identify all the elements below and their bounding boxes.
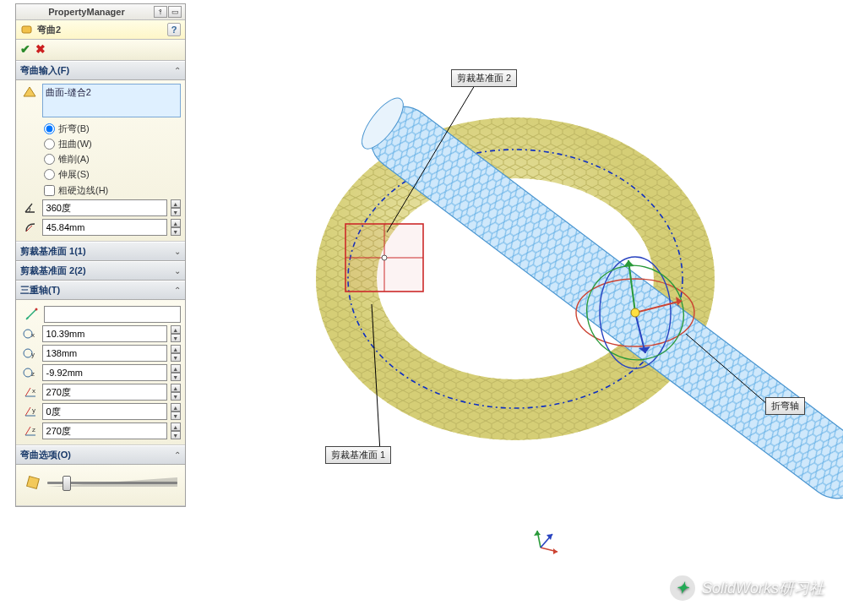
cancel-button[interactable]: ✖	[35, 42, 46, 56]
chevron-down-icon: ⌄	[174, 266, 181, 275]
radio-bend[interactable]: 折弯(B)	[44, 123, 181, 135]
help-button[interactable]: ?	[167, 23, 181, 36]
svg-marker-42	[623, 260, 634, 267]
spin-up[interactable]: ▲	[171, 325, 181, 334]
y-pos-icon: y	[22, 346, 39, 361]
y-pos-input[interactable]	[42, 345, 167, 362]
section-flex-input-body: 曲面-缝合2 折弯(B) 扭曲(W) 锥削(A) 伸展(S) 粗硬边线(H) ▲…	[16, 80, 185, 242]
spin-up[interactable]: ▲	[171, 422, 181, 431]
svg-text:z: z	[31, 370, 35, 378]
section-label: 剪裁基准面 1(1)	[20, 245, 86, 258]
model-render	[194, 0, 843, 616]
spin-down[interactable]: ▼	[171, 353, 181, 362]
feature-name: 弯曲2	[37, 24, 61, 36]
callout-bend-axis[interactable]: 折弯轴	[765, 397, 805, 415]
radio-twist[interactable]: 扭曲(W)	[44, 138, 181, 150]
svg-point-45	[631, 308, 639, 317]
spin-down[interactable]: ▼	[171, 208, 181, 216]
z-rot-icon: z	[22, 423, 39, 439]
split-icon[interactable]: ▭	[168, 6, 182, 18]
section-triad-body: x ▲▼ y ▲▼ z ▲▼ x ▲▼ y ▲▼ z ▲▼	[16, 300, 185, 445]
spin-up[interactable]: ▲	[171, 403, 181, 412]
section-triad-header[interactable]: 三重轴(T) ⌃	[16, 281, 185, 300]
radius-icon	[22, 220, 39, 235]
chevron-up-icon: ⌃	[174, 286, 181, 295]
radio-taper[interactable]: 锥削(A)	[44, 153, 181, 166]
spin-up[interactable]: ▲	[171, 345, 181, 353]
svg-text:x: x	[32, 387, 35, 395]
svg-rect-0	[22, 26, 31, 33]
watermark-icon: ✦	[670, 575, 695, 601]
svg-text:z: z	[32, 426, 35, 433]
svg-text:x: x	[31, 331, 35, 339]
origin-triad-icon	[532, 522, 566, 556]
svg-text:y: y	[31, 351, 35, 358]
section-label: 弯曲输入(F)	[20, 64, 69, 77]
spin-down[interactable]: ▼	[171, 431, 181, 439]
selection-item: 曲面-缝合2	[46, 87, 91, 97]
spin-up[interactable]: ▲	[171, 384, 181, 392]
spin-down[interactable]: ▼	[171, 412, 181, 420]
section-label: 弯曲选项(O)	[20, 449, 71, 461]
z-rot-input[interactable]	[42, 422, 167, 439]
svg-line-11	[25, 388, 30, 396]
svg-point-35	[382, 255, 387, 260]
feature-title-bar: 弯曲2 ?	[16, 20, 185, 40]
confirm-row: ✔ ✖	[16, 40, 185, 61]
y-rot-input[interactable]	[42, 403, 167, 420]
svg-marker-52	[534, 531, 541, 536]
svg-marker-50	[553, 548, 557, 554]
watermark-text: SolidWorks研习社	[702, 578, 824, 598]
body-select-icon	[20, 84, 39, 102]
x-pos-icon: x	[22, 326, 39, 341]
angle-input[interactable]	[42, 199, 167, 216]
svg-text:y: y	[32, 406, 35, 414]
spin-up[interactable]: ▲	[171, 219, 181, 227]
svg-rect-20	[27, 477, 40, 489]
pm-title: PropertyManager	[19, 7, 154, 17]
spin-up[interactable]: ▲	[171, 199, 181, 208]
property-manager-panel: PropertyManager ⫯ ▭ 弯曲2 ? ✔ ✖ 弯曲输入(F) ⌃ …	[15, 3, 186, 507]
origin-select-input[interactable]	[44, 306, 181, 323]
chevron-down-icon: ⌄	[174, 247, 181, 256]
spin-down[interactable]: ▼	[171, 227, 181, 236]
x-rot-input[interactable]	[42, 384, 167, 401]
section-flex-input-header[interactable]: 弯曲输入(F) ⌃	[16, 61, 185, 80]
callout-trim-plane-2[interactable]: 剪裁基准面 2	[451, 69, 517, 87]
section-label: 三重轴(T)	[20, 284, 60, 297]
flex-feature-icon	[20, 23, 34, 36]
svg-point-3	[35, 308, 38, 311]
angle-icon	[22, 200, 39, 215]
z-pos-icon: z	[22, 365, 39, 380]
spin-up[interactable]: ▲	[171, 364, 181, 373]
graphics-viewport[interactable]: 剪裁基准面 2 剪裁基准面 1 折弯轴 ✦ SolidWorks研习社	[194, 0, 843, 616]
section-trim2-header[interactable]: 剪裁基准面 2(2) ⌄	[16, 261, 185, 281]
callout-trim-plane-1[interactable]: 剪裁基准面 1	[325, 446, 391, 464]
origin-select-icon	[22, 307, 41, 322]
chevron-up-icon: ⌃	[174, 66, 181, 75]
z-pos-input[interactable]	[42, 364, 167, 381]
section-options-header[interactable]: 弯曲选项(O) ⌃	[16, 445, 185, 465]
ok-button[interactable]: ✔	[20, 42, 30, 56]
pin-icon[interactable]: ⫯	[154, 6, 167, 18]
quality-icon	[24, 473, 42, 492]
pm-header: PropertyManager ⫯ ▭	[16, 4, 185, 20]
spin-down[interactable]: ▼	[171, 392, 181, 401]
spin-down[interactable]: ▼	[171, 334, 181, 342]
slider-thumb[interactable]	[63, 476, 71, 491]
x-pos-input[interactable]	[42, 325, 167, 342]
spin-down[interactable]: ▼	[171, 373, 181, 381]
section-trim1-header[interactable]: 剪裁基准面 1(1) ⌄	[16, 242, 185, 261]
radius-input[interactable]	[42, 219, 167, 236]
watermark: ✦ SolidWorks研习社	[670, 575, 824, 601]
svg-line-17	[25, 427, 30, 435]
chevron-up-icon: ⌃	[174, 450, 181, 460]
quality-slider[interactable]	[47, 474, 177, 491]
section-label: 剪裁基准面 2(2)	[20, 264, 86, 277]
body-selection-list[interactable]: 曲面-缝合2	[42, 84, 181, 117]
y-rot-icon: y	[22, 404, 39, 419]
x-rot-icon: x	[22, 384, 39, 400]
checkbox-hard-edges[interactable]: 粗硬边线(H)	[20, 184, 181, 197]
radio-stretch[interactable]: 伸展(S)	[44, 168, 181, 181]
svg-line-14	[25, 407, 30, 416]
